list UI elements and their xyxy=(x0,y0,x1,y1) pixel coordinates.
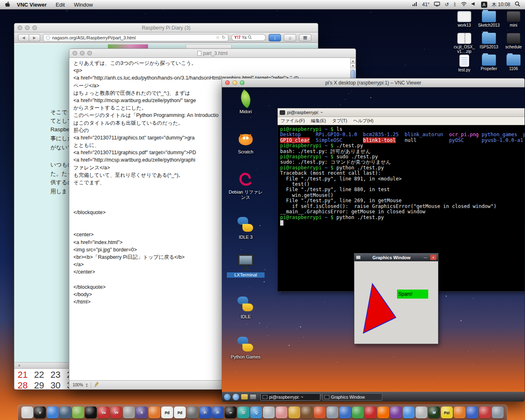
dock-icon[interactable] xyxy=(365,406,377,418)
bookmark-star-icon[interactable]: ☆ xyxy=(216,35,220,40)
dock-icon[interactable] xyxy=(276,406,288,418)
toolbar-extra-button[interactable]: ▦ xyxy=(299,34,311,41)
time-machine-icon[interactable]: ↺ xyxy=(445,2,449,7)
dock-icon[interactable] xyxy=(85,406,97,418)
dock-icon[interactable] xyxy=(377,406,389,418)
dock-icon[interactable] xyxy=(263,406,275,418)
calendar-day[interactable]: 28 xyxy=(18,380,27,389)
dock-icon[interactable]: ♪ xyxy=(72,406,84,418)
edit-pencil-icon[interactable] xyxy=(94,382,99,388)
dock-icon[interactable] xyxy=(123,406,135,418)
temperature-status[interactable]: 41° xyxy=(422,2,429,7)
refresh-icon[interactable]: ↻ xyxy=(222,35,226,40)
close-button[interactable]: × xyxy=(430,255,436,260)
zoom-stepper[interactable]: ▲▼ xyxy=(86,383,88,388)
calendar-day[interactable]: 21 xyxy=(18,370,27,380)
close-button[interactable] xyxy=(18,25,22,30)
dock-icon[interactable] xyxy=(479,406,491,418)
desktop-icon-Propeller[interactable]: Propeller xyxy=(477,55,500,71)
vnc-app-python-6[interactable]: Python Games xyxy=(227,335,265,360)
web-browser-icon[interactable] xyxy=(233,394,239,400)
dock-icon[interactable] xyxy=(47,406,59,418)
calendar-day[interactable]: 30 xyxy=(50,380,60,389)
spotlight-icon[interactable] xyxy=(515,1,520,8)
desktop-icon-ISPS2013[interactable]: ISPS2013 xyxy=(477,33,500,49)
dock-icon[interactable] xyxy=(288,406,300,418)
dock-icon[interactable]: @ xyxy=(237,406,249,418)
bluetooth-icon[interactable]: ᛒ xyxy=(453,2,456,7)
file-manager-icon[interactable] xyxy=(241,394,248,399)
terminal-menu-item[interactable]: 編集(E) xyxy=(311,118,326,124)
menubar-item-window[interactable]: Window xyxy=(74,2,93,8)
close-button[interactable] xyxy=(225,80,230,85)
dock-icon[interactable]: Pa! xyxy=(441,406,453,418)
dock-icon[interactable] xyxy=(390,406,402,418)
address-bar[interactable]: nagasm.org/ASL/RaspberryPi/part_3.html ☆… xyxy=(43,34,228,41)
desktop-icon-schedule[interactable]: schedule xyxy=(502,33,525,49)
close-button[interactable] xyxy=(73,51,77,55)
menubar-item-edit[interactable]: Edit xyxy=(56,2,65,8)
dock-icon[interactable]: Pd xyxy=(174,406,186,418)
minimize-button[interactable] xyxy=(80,51,84,55)
dock-icon[interactable] xyxy=(492,406,504,418)
graphics-titlebar[interactable]: Graphics Window — × xyxy=(354,253,438,261)
desktop-icon-1106[interactable]: 1106 xyxy=(502,55,525,71)
calendar-day[interactable]: 22 xyxy=(34,370,44,380)
scroll-up-icon[interactable]: ▲ xyxy=(350,58,356,63)
desktop-icon-Sketch2013[interactable]: Sketch2013 xyxy=(477,11,500,27)
yahoo-search-field[interactable]: Y!7 Ya xyxy=(231,34,266,41)
dock-icon[interactable]: Ve xyxy=(110,406,122,418)
forward-button[interactable]: ▶ xyxy=(29,34,40,41)
dock-icon[interactable] xyxy=(314,406,326,418)
desktop-icon-work13[interactable]: work13 xyxy=(453,11,476,27)
vnc-app-terminal-4[interactable]: LXTerminal xyxy=(227,253,265,278)
dock-icon[interactable]: Q xyxy=(250,406,262,418)
volume-icon[interactable] xyxy=(471,2,477,7)
desktop-pager-icon[interactable] xyxy=(250,394,256,399)
wifi-icon[interactable] xyxy=(461,2,467,7)
dock-icon[interactable]: P. xyxy=(212,406,224,418)
dock-icon[interactable]: M xyxy=(428,406,440,418)
vnc-app-debian-2[interactable]: Debian リファレンス xyxy=(227,170,265,200)
dock-icon[interactable] xyxy=(326,406,338,418)
desktop-icon-mini[interactable]: mini xyxy=(502,11,525,27)
url-text[interactable]: nagasm.org/ASL/RaspberryPi/part_3.html xyxy=(52,35,214,40)
calendar-day[interactable]: 23 xyxy=(50,370,60,380)
safari-titlebar[interactable]: Raspberry Pi Diary (3) xyxy=(14,23,318,32)
dock-icon[interactable]: 5 xyxy=(136,406,148,418)
dock-icon[interactable] xyxy=(415,406,427,418)
dock-icon[interactable] xyxy=(454,406,466,418)
zoom-level[interactable]: 100% xyxy=(73,383,83,387)
search-magnifier-icon[interactable] xyxy=(248,35,252,40)
zoom-button[interactable] xyxy=(240,80,244,85)
display-icon[interactable] xyxy=(434,2,440,8)
vnc-titlebar[interactable]: pi's X desktop (raspberrypi:1) – VNC Vie… xyxy=(222,78,525,87)
apple-menu-icon[interactable] xyxy=(5,1,10,8)
home-button[interactable]: ⌂ xyxy=(284,34,296,41)
download-button[interactable]: ↓ xyxy=(269,34,281,41)
dock-icon[interactable]: P. xyxy=(199,406,211,418)
dock-icon[interactable] xyxy=(187,406,199,418)
dock-icon[interactable] xyxy=(403,406,415,418)
dock-icon[interactable]: Va xyxy=(98,406,110,418)
desktop-icon-cv.jit_OSX_v1....zip[interactable]: cv.jit_OSX_v1....zip xyxy=(453,33,476,54)
dock-icon[interactable] xyxy=(466,406,478,418)
scroll-down-icon[interactable]: ▼ xyxy=(350,63,356,68)
search-text[interactable]: Ya xyxy=(242,35,247,40)
dock-icon[interactable]: ∞ xyxy=(225,406,237,418)
zoom-button[interactable] xyxy=(87,51,92,55)
terminal-menu-item[interactable]: ヘルプ(H) xyxy=(353,118,373,124)
dock-icon[interactable]: V xyxy=(34,406,46,418)
dock-icon[interactable]: Pd xyxy=(161,406,173,418)
minimize-button[interactable]: — xyxy=(422,255,429,260)
menubar-app-name[interactable]: VNC Viewer xyxy=(17,2,47,8)
input-source-icon[interactable]: A xyxy=(481,2,487,8)
dock-icon[interactable] xyxy=(352,406,364,418)
editor-titlebar[interactable]: part_3.html xyxy=(69,49,356,58)
zoom-button[interactable] xyxy=(32,25,37,30)
dock-icon[interactable] xyxy=(339,406,351,418)
terminal-titlebar[interactable]: pi@raspberrypi: ~ xyxy=(278,108,525,117)
close-bar-icon[interactable]: × xyxy=(18,363,21,368)
minimize-button[interactable] xyxy=(25,25,30,30)
menubar-clock[interactable]: 木 10:08 xyxy=(492,1,510,8)
